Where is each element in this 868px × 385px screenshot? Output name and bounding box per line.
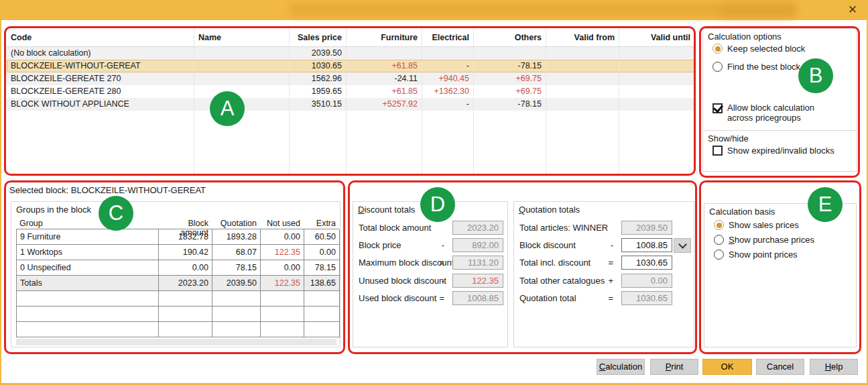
calculation-basis-title: Calculation basis [709,207,775,217]
groups-row[interactable]: 9 Furniture 1832.78 1893.28 0.00 60.50 [17,229,339,245]
field-label: Total other catalogues [519,276,605,286]
quotation-total-field: 1030.65 [621,291,672,305]
groups-in-block-group: Groups in the block Group Block amount Q… [11,201,340,347]
checkbox-checked-icon [712,103,723,113]
field-label: Unused block discount [359,276,446,286]
column-header-valid-until[interactable]: Valid until [619,29,694,46]
total-other-catalogues-field: 0.00 [621,274,672,288]
radio-unselected-icon [714,250,724,260]
annotation-circle-c: C [99,196,133,231]
groups-empty-row [17,322,339,337]
column-header-code[interactable]: Code [7,29,194,46]
field-label: Total incl. discount [519,258,591,268]
quotation-totals-title: Quotation totals [519,205,580,215]
block-discount-field[interactable]: 1008.85 [621,238,672,252]
field-label: Block discount [519,240,576,250]
block-discount-dropdown-button[interactable] [674,238,691,253]
checkbox-allow-block-calculation[interactable]: Allow block calculation across pricegrou… [712,103,814,123]
radio-find-best-block[interactable]: Find the best block [712,62,800,72]
groups-in-block-title: Groups in the block [16,205,91,215]
quotation-totals-group: Quotation totals Total articles: WINNER … [513,201,694,347]
field-label: Quotation total [519,293,576,303]
print-button[interactable]: Print [650,359,698,375]
table-empty-area [7,111,694,174]
field-label: Total block amount [359,223,431,233]
groups-row[interactable]: 1 Worktops 190.42 68.07 122.35 0.00 [17,245,339,260]
help-button[interactable]: Help [810,359,858,375]
total-articles-field: 2039.50 [621,221,672,235]
field-label: Total articles: WINNER [519,223,608,233]
close-icon[interactable]: ✕ [848,3,857,17]
annotation-circle-a: A [210,91,245,126]
table-row[interactable]: BLOCKZEILE-GEREATE 280 1959.65 +61.85 +1… [7,85,694,98]
groups-empty-row [17,307,339,322]
annotation-circle-e: E [808,187,843,222]
used-block-discount-field: 1008.85 [452,291,503,305]
chevron-down-icon [678,240,687,249]
groups-empty-row [17,291,339,307]
block-list-table: Code Name Sales price Furniture Electric… [7,29,694,174]
radio-show-point-prices[interactable]: Show point prices [714,250,798,260]
cancel-button[interactable]: Cancel [756,359,804,375]
table-row[interactable]: BLOCK WITHOUT APPLIANCE 3510.15 +5257.92… [7,98,694,111]
discount-totals-title: Discount totals [358,205,415,215]
annotation-circle-d: D [420,187,455,222]
checkbox-unchecked-icon [712,146,723,156]
table-row[interactable]: BLOCKZEILE-GEREATE 270 1562.96 -24.11 +9… [7,72,694,85]
show-hide-title: Show/hide [708,133,749,144]
radio-show-sales-prices[interactable]: Show sales prices [714,220,799,230]
block-table-header: Code Name Sales price Furniture Electric… [7,29,694,47]
calculation-button[interactable]: Calculation [597,359,645,375]
radio-unselected-icon [712,62,723,72]
column-header-others[interactable]: Others [474,29,546,46]
radio-unselected-icon [714,235,724,245]
groups-totals-row: Totals 2023.20 2039.50 122.35 138.65 [17,276,339,291]
selected-block-label: Selected block: BLOCKZEILE-WITHOUT-GEREA… [9,185,206,195]
horizontal-scrollbar[interactable] [16,339,336,345]
block-calculation-dialog: ✕ Code Name Sales price Furniture Electr… [0,0,868,385]
table-row-selected[interactable]: BLOCKZEILE-WITHOUT-GEREAT 1030.65 +61.85… [7,60,694,72]
column-header-furniture[interactable]: Furniture [347,29,422,46]
table-row[interactable]: (No block calculation) 2039.50 [7,47,694,60]
block-price-field: 892.00 [452,238,503,252]
title-bar: ✕ [0,0,868,20]
discount-totals-group: Discount totals Total block amount 2023.… [353,201,508,347]
column-header-sales-price[interactable]: Sales price [290,29,347,46]
total-incl-discount-field[interactable]: 1030.65 [621,256,672,270]
field-label: Block price [359,240,401,250]
groups-row[interactable]: 0 Unspecified 0.00 78.15 0.00 78.15 [17,260,339,276]
radio-selected-icon [714,220,724,230]
radio-show-purchase-prices[interactable]: Show purchase prices [714,235,814,245]
show-hide-group: Show/hide Show expired/invalid blocks [702,130,857,172]
unused-block-discount-field: 122.35 [452,274,503,288]
checkbox-show-expired-blocks[interactable]: Show expired/invalid blocks [712,146,834,156]
ok-button[interactable]: OK [702,359,752,375]
calculation-options-group: Calculation options Keep selected block … [702,28,857,131]
radio-keep-selected-block[interactable]: Keep selected block [712,44,805,54]
groups-table: 9 Furniture 1832.78 1893.28 0.00 60.50 1… [16,229,339,337]
window-title-redacted [290,3,796,17]
calculation-options-title: Calculation options [708,32,782,42]
column-header-valid-from[interactable]: Valid from [546,29,619,46]
window-title-redacted-2 [721,4,794,16]
annotation-circle-b: B [798,58,833,93]
total-block-amount-field: 2023.20 [452,221,503,235]
maximum-block-discount-field: 1131.20 [452,256,503,270]
field-label: Used block discount [359,293,436,303]
column-header-name[interactable]: Name [194,29,290,46]
column-header-electrical[interactable]: Electrical [422,29,474,46]
radio-selected-icon [712,44,723,54]
calculation-basis-group: Calculation basis Show sales prices Show… [704,203,857,347]
